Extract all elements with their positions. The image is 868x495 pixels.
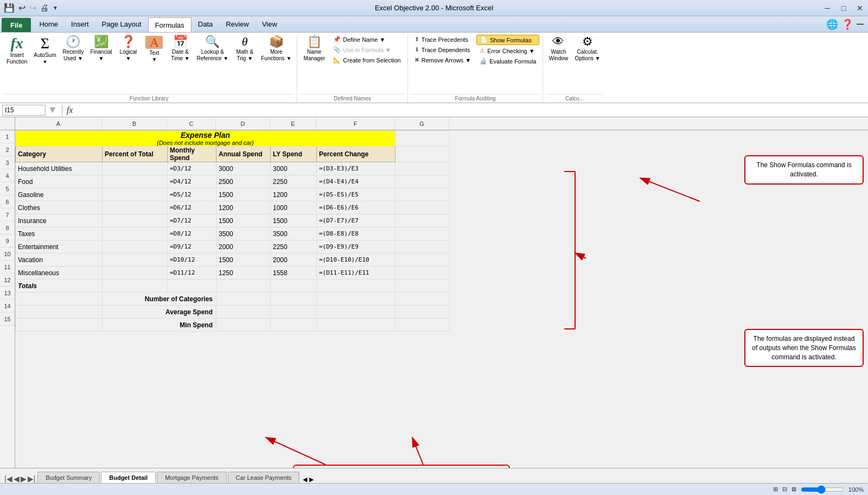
cell-e13[interactable] xyxy=(271,293,317,306)
cell-b4[interactable] xyxy=(103,175,168,188)
cell-b11[interactable] xyxy=(103,266,168,280)
dropdown-icon[interactable]: ▼ xyxy=(52,4,59,12)
cell-a3[interactable]: Household Utilities xyxy=(16,162,103,175)
cell-b13[interactable]: Number of Categories xyxy=(103,293,216,306)
view-pagebreak-icon[interactable]: ⊠ xyxy=(792,486,796,493)
cell-f9[interactable]: =(D9-E9)/E9 xyxy=(317,240,395,253)
cell-g1[interactable] xyxy=(395,131,450,147)
cell-a7[interactable]: Insurance xyxy=(16,214,103,227)
window-shrink-icon[interactable]: ─ xyxy=(857,18,864,30)
cell-d2[interactable]: Annual Spend xyxy=(216,147,271,162)
col-header-g[interactable]: G xyxy=(395,117,449,130)
cell-c9[interactable]: =D9/12 xyxy=(168,240,216,253)
cell-d13[interactable] xyxy=(216,293,271,306)
logical-button[interactable]: ❓ Logical▼ xyxy=(116,35,140,63)
more-functions-button[interactable]: 📦 MoreFunctions ▼ xyxy=(259,35,293,63)
cell-e6[interactable]: 1000 xyxy=(271,201,317,214)
cell-b5[interactable] xyxy=(103,188,168,201)
calculation-options-button[interactable]: ⚙ Calculat.Options ▼ xyxy=(572,35,602,63)
cell-a1[interactable]: Expense Plan (Does not include mortgage … xyxy=(16,131,395,147)
sheet-tab-mortgage[interactable]: Mortgage Payments xyxy=(157,472,226,483)
cell-g6[interactable] xyxy=(395,201,450,214)
col-header-f[interactable]: F xyxy=(316,117,395,130)
cell-g3[interactable] xyxy=(395,162,450,175)
cell-c5[interactable]: =D5/12 xyxy=(168,188,216,201)
create-from-selection-button[interactable]: 📐 Create from Selection xyxy=(330,55,404,65)
cell-f3[interactable]: =(D3-E3)/E3 xyxy=(317,162,395,175)
help-icon[interactable]: 🌐 xyxy=(826,18,838,30)
cell-a9[interactable]: Entertainment xyxy=(16,240,103,253)
define-name-button[interactable]: 📌 Define Name ▼ xyxy=(330,35,404,44)
cell-f2[interactable]: Percent Change xyxy=(317,147,395,162)
cell-e9[interactable]: 2250 xyxy=(271,240,317,253)
minimize-icon[interactable]: ─ xyxy=(819,0,835,16)
cell-g10[interactable] xyxy=(395,253,450,266)
menu-item-view[interactable]: View xyxy=(256,16,284,32)
financial-button[interactable]: 💹 Financial▼ xyxy=(88,35,114,63)
maximize-icon[interactable]: □ xyxy=(835,0,852,16)
cell-d4[interactable]: 2500 xyxy=(216,175,271,188)
cell-d5[interactable]: 1500 xyxy=(216,188,271,201)
cell-g2[interactable] xyxy=(395,147,450,162)
expand-name-box-icon[interactable]: ▼ xyxy=(48,104,58,116)
cell-f12[interactable] xyxy=(317,280,395,293)
save-icon[interactable]: 💾 xyxy=(3,2,16,14)
cell-c3[interactable]: =D3/12 xyxy=(168,162,216,175)
sheet-tab-nav[interactable]: |◀ ◀ ▶ ▶| xyxy=(2,474,37,483)
cell-b10[interactable] xyxy=(103,253,168,266)
cell-e15[interactable] xyxy=(271,319,317,332)
cell-f4[interactable]: =(D4-E4)/E4 xyxy=(317,175,395,188)
recently-used-button[interactable]: 🕐 RecentlyUsed ▼ xyxy=(61,35,86,63)
col-header-e[interactable]: E xyxy=(270,117,316,130)
cell-f14[interactable] xyxy=(317,306,395,319)
cell-c6[interactable]: =D6/12 xyxy=(168,201,216,214)
cell-e8[interactable]: 3500 xyxy=(271,227,317,240)
cell-c11[interactable]: =D11/12 xyxy=(168,266,216,280)
cell-d6[interactable]: 1200 xyxy=(216,201,271,214)
tab-prev-icon[interactable]: ◀ xyxy=(14,474,20,483)
lookup-reference-button[interactable]: 🔍 Lookup &Reference ▼ xyxy=(194,35,231,63)
cell-b9[interactable] xyxy=(103,240,168,253)
cell-d11[interactable]: 1250 xyxy=(216,266,271,280)
close-icon[interactable]: ✕ xyxy=(852,0,868,16)
cell-b15[interactable]: Min Spend xyxy=(103,319,216,332)
sheet-tab-car-lease[interactable]: Car Lease Payments xyxy=(228,472,300,483)
cell-d14[interactable] xyxy=(216,306,271,319)
error-checking-button[interactable]: ⚠ Error Checking ▼ xyxy=(476,46,539,55)
cell-g8[interactable] xyxy=(395,227,450,240)
cell-f13[interactable] xyxy=(317,293,395,306)
sheet-tab-budget-summary[interactable]: Budget Summary xyxy=(37,472,100,483)
sheet-scroll-left-icon[interactable]: ◀ xyxy=(303,476,307,483)
cell-a4[interactable]: Food xyxy=(16,175,103,188)
text-button[interactable]: A Text▼ xyxy=(142,35,166,64)
cell-g14[interactable] xyxy=(395,306,450,319)
cell-f8[interactable]: =(D8-E8)/E8 xyxy=(317,227,395,240)
cell-a14[interactable] xyxy=(16,306,103,319)
cell-f10[interactable]: =(D10-E10)/E10 xyxy=(317,253,395,266)
menu-item-review[interactable]: Review xyxy=(219,16,256,32)
cell-f15[interactable] xyxy=(317,319,395,332)
cell-g9[interactable] xyxy=(395,240,450,253)
cell-e10[interactable]: 2000 xyxy=(271,253,317,266)
cell-c4[interactable]: =D4/12 xyxy=(168,175,216,188)
cell-b2[interactable]: Percent of Total xyxy=(103,147,168,162)
cell-d9[interactable]: 2000 xyxy=(216,240,271,253)
cell-e4[interactable]: 2250 xyxy=(271,175,317,188)
show-formulas-button[interactable]: 📄 Show Formulas xyxy=(476,35,539,45)
menu-item-home[interactable]: Home xyxy=(33,16,65,32)
cell-e12[interactable] xyxy=(271,280,317,293)
cell-g7[interactable] xyxy=(395,214,450,227)
evaluate-formula-button[interactable]: 🔬 Evaluate Formula xyxy=(476,56,539,66)
cell-a8[interactable]: Taxes xyxy=(16,227,103,240)
date-time-button[interactable]: 📅 Date &Time ▼ xyxy=(168,35,192,63)
cell-b3[interactable] xyxy=(103,162,168,175)
cell-c10[interactable]: =D10/12 xyxy=(168,253,216,266)
col-header-c[interactable]: C xyxy=(167,117,216,130)
quick-access-toolbar[interactable]: 💾 ↩ ↪ 🖨 ▼ xyxy=(0,2,59,14)
watch-window-button[interactable]: 👁 WatchWindow xyxy=(546,35,570,63)
cell-e11[interactable]: 1558 xyxy=(271,266,317,280)
cell-c8[interactable]: =D8/12 xyxy=(168,227,216,240)
remove-arrows-button[interactable]: ✖ Remove Arrows ▼ xyxy=(411,55,475,65)
cell-b7[interactable] xyxy=(103,214,168,227)
cell-c7[interactable]: =D7/12 xyxy=(168,214,216,227)
